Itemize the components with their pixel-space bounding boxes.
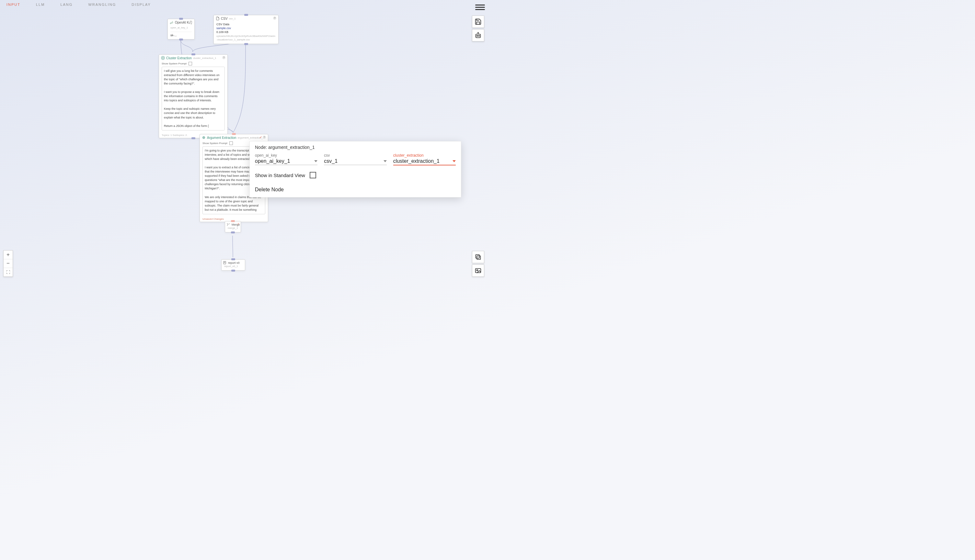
node-title: CSV <box>221 17 228 20</box>
port-in[interactable] <box>231 258 235 260</box>
field-csv[interactable]: csv csv_1 <box>324 153 386 165</box>
show-system-prompt-label: Show System Prompt <box>202 142 227 145</box>
node-title: Cluster Extraction <box>166 56 192 60</box>
node-id: cluster_extraction_1 <box>193 57 216 60</box>
node-cluster-extraction[interactable]: Cluster Extraction cluster_extraction_1 … <box>159 54 228 138</box>
node-title: Argument Extraction <box>207 136 237 140</box>
show-system-prompt-checkbox[interactable] <box>229 142 233 145</box>
port-in[interactable] <box>244 14 248 16</box>
port-out[interactable] <box>179 38 183 40</box>
port-in[interactable] <box>231 220 235 222</box>
node-title: report v0 <box>228 261 240 265</box>
node-id: report_v0_1 <box>224 265 242 268</box>
report-icon <box>223 261 227 265</box>
help-icon[interactable]: ? <box>189 20 192 23</box>
gear-icon <box>202 136 206 140</box>
flow-canvas[interactable]: OpenAI Key ? open_ai_key_1 sk-... CSV cs… <box>0 0 488 280</box>
node-csv[interactable]: CSV csv_1 ? CSV Data sample.csv 0.109 KB… <box>214 15 279 44</box>
node-openai-key[interactable]: OpenAI Key ? open_ai_key_1 sk-... <box>167 19 195 40</box>
file-icon <box>216 17 220 20</box>
openai-key-value: sk-... <box>170 32 192 37</box>
merge-icon <box>226 223 230 227</box>
expand-icon[interactable]: ⤢ <box>259 136 262 139</box>
show-system-prompt-label: Show System Prompt <box>162 62 187 65</box>
csv-size: 0.109 KB <box>216 30 275 34</box>
help-icon[interactable]: ? <box>222 56 225 59</box>
field-label: csv <box>324 153 386 158</box>
port-out[interactable] <box>192 137 195 139</box>
show-system-prompt-checkbox[interactable] <box>189 62 192 65</box>
delete-node-button[interactable]: Delete Node <box>255 187 456 193</box>
help-icon[interactable]: ? <box>273 17 276 20</box>
port-in[interactable] <box>232 133 236 135</box>
panel-title: Node: argument_extraction_1 <box>255 145 456 150</box>
standard-view-checkbox[interactable] <box>310 172 316 178</box>
gear-icon <box>161 56 165 60</box>
field-value: cluster_extraction_1 <box>393 158 439 164</box>
show-system-prompt-row: Show System Prompt <box>159 61 227 65</box>
standard-view-row[interactable]: Show in Standard View <box>255 172 456 178</box>
svg-point-9 <box>163 58 164 58</box>
node-context-panel: Node: argument_extraction_1 open_ai_key … <box>249 141 461 197</box>
csv-data-label: CSV Data <box>216 22 275 26</box>
field-open-ai-key[interactable]: open_ai_key open_ai_key_1 <box>255 153 317 165</box>
standard-view-label: Show in Standard View <box>255 173 305 178</box>
node-id: open_ai_key_1 <box>170 26 192 30</box>
svg-point-10 <box>204 137 204 138</box>
key-icon <box>170 20 174 24</box>
field-value: csv_1 <box>324 158 337 164</box>
csv-path: uploads/H6U6UJpObJb5pRx4c9BalA5eNWP2/ald… <box>216 35 275 42</box>
chevron-down-icon[interactable] <box>452 160 456 162</box>
port-in[interactable] <box>192 53 195 55</box>
expand-icon[interactable]: ⤢ <box>237 222 239 225</box>
port-out[interactable] <box>231 270 235 272</box>
field-value: open_ai_key_1 <box>255 158 290 164</box>
node-report[interactable]: report v0 report_v0_1 <box>221 259 245 271</box>
port-in[interactable] <box>179 18 183 20</box>
help-icon[interactable]: ? <box>263 136 266 139</box>
chevron-down-icon[interactable] <box>314 160 317 162</box>
cluster-prompt-textarea[interactable]: I will give you a long list for comments… <box>162 67 225 130</box>
node-id: merge_1 <box>228 227 238 230</box>
chevron-down-icon[interactable] <box>384 160 387 162</box>
csv-filename[interactable]: sample.csv <box>216 26 275 30</box>
node-merge[interactable]: Merge ⤢ merge_1 <box>225 221 241 232</box>
port-out[interactable] <box>244 43 248 45</box>
field-cluster-extraction[interactable]: cluster_extraction cluster_extraction_1 <box>393 153 456 165</box>
node-id: csv_1 <box>229 17 236 20</box>
port-out[interactable] <box>231 232 235 233</box>
field-label: cluster_extraction <box>393 153 456 158</box>
field-label: open_ai_key <box>255 153 317 158</box>
